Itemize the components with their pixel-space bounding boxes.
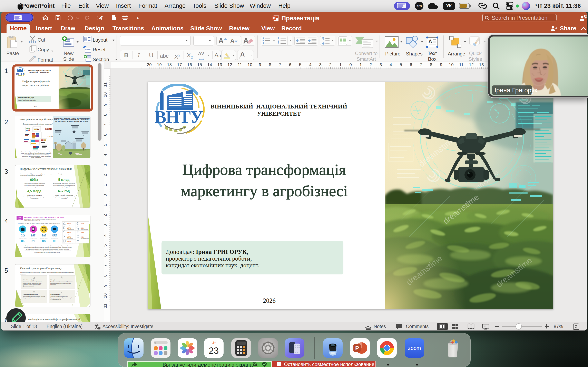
- svg-text:1: 1: [339, 62, 342, 67]
- svg-text:Цифрове влучно: Цифрове влучно: [67, 229, 74, 230]
- svg-text:8: 8: [430, 62, 432, 67]
- svg-text:Робототехніка: Робототехніка: [67, 238, 73, 239]
- svg-text:5: 5: [104, 144, 107, 146]
- svg-text:ВНТУ: ВНТУ: [155, 107, 203, 127]
- svg-text:2: 2: [329, 62, 332, 67]
- svg-text:P: P: [273, 16, 275, 20]
- svg-text:8: 8: [104, 114, 107, 116]
- svg-text:2: 2: [370, 62, 372, 67]
- svg-text:9: 9: [104, 284, 107, 287]
- svg-text:11: 11: [104, 304, 107, 308]
- svg-text:6: 6: [104, 134, 107, 136]
- svg-text:7.75: 7.75: [20, 234, 25, 236]
- svg-text:UNIQUE MOBILE USERS: UNIQUE MOBILE USERS: [27, 223, 39, 224]
- svg-text:Чт: Чт: [212, 341, 216, 345]
- svg-text:Телематика: Телематика: [81, 234, 86, 234]
- svg-text:12: 12: [469, 62, 474, 67]
- svg-text:3: 3: [104, 224, 107, 226]
- svg-text:INTERNET USERS: INTERNET USERS: [39, 223, 48, 224]
- svg-text:1: 1: [104, 204, 107, 207]
- svg-text:BILLION: BILLION: [21, 236, 25, 238]
- svg-text:10: 10: [104, 293, 107, 298]
- svg-text:5: 5: [104, 244, 107, 247]
- svg-text:Роботи-помічники: Роботи-помічники: [81, 229, 88, 230]
- svg-text:2: 2: [104, 214, 107, 217]
- svg-text:18: 18: [167, 62, 172, 67]
- svg-text:7: 7: [104, 264, 107, 267]
- svg-text:6: 6: [410, 62, 412, 67]
- svg-text:13: 13: [479, 62, 484, 67]
- svg-text:5: 5: [400, 62, 402, 67]
- svg-text:0: 0: [349, 62, 352, 67]
- svg-text:0: 0: [104, 194, 107, 196]
- svg-text:Штучний інтелект: Штучний інтелект: [67, 234, 74, 234]
- svg-text:2: 2: [104, 174, 107, 176]
- svg-text:20: 20: [147, 62, 151, 67]
- svg-text:VS POPULATION: VS POPULATION: [29, 238, 37, 240]
- svg-text:23: 23: [209, 346, 219, 356]
- svg-text:1: 1: [359, 62, 362, 67]
- svg-text:10: 10: [449, 62, 453, 67]
- svg-text:3: 3: [380, 62, 382, 67]
- svg-text:1: 1: [104, 184, 107, 186]
- svg-text:3: 3: [104, 164, 107, 166]
- svg-text:Ірина Григорук: Ірина Григорук: [494, 87, 537, 94]
- svg-text:59%: 59%: [42, 240, 46, 242]
- svg-text:PENETRATION: PENETRATION: [51, 238, 58, 240]
- svg-text:67%: 67%: [31, 240, 35, 242]
- svg-text:14: 14: [207, 62, 212, 67]
- svg-text:BILLION: BILLION: [52, 236, 57, 238]
- svg-text:4: 4: [309, 62, 311, 67]
- svg-text:8: 8: [104, 275, 107, 277]
- svg-text:13: 13: [217, 62, 222, 67]
- svg-text:5.19: 5.19: [31, 234, 35, 236]
- svg-text:7: 7: [420, 62, 422, 67]
- svg-text:19: 19: [157, 62, 162, 67]
- svg-text:3: 3: [278, 42, 279, 45]
- svg-text:Нанотехнології: Нанотехнології: [81, 225, 87, 225]
- svg-text:Речі з вбудов. технол.: Речі з вбудов. технол.: [81, 238, 89, 239]
- svg-text:4: 4: [389, 62, 392, 67]
- svg-text:12: 12: [227, 62, 232, 67]
- svg-text:Nestlé: Nestlé: [34, 127, 38, 129]
- svg-text:Телеприсутність: Телеприсутність: [67, 225, 74, 225]
- svg-text:A: A: [428, 38, 432, 44]
- svg-text:10: 10: [247, 62, 252, 67]
- svg-text:zoom: zoom: [408, 345, 421, 351]
- svg-text:3.80: 3.80: [52, 234, 57, 236]
- svg-text:URBANISATION: URBANISATION: [19, 238, 26, 240]
- svg-text:ВНТУ: ВНТУ: [16, 72, 25, 75]
- svg-text:BILLION: BILLION: [42, 236, 46, 238]
- svg-text:16: 16: [187, 62, 192, 67]
- svg-text:9: 9: [104, 104, 107, 106]
- svg-text:55%: 55%: [21, 240, 25, 242]
- svg-text:10: 10: [104, 92, 107, 97]
- svg-text:Nestlé: Nestlé: [26, 128, 30, 129]
- svg-text:7: 7: [104, 124, 107, 126]
- svg-text:11: 11: [238, 62, 242, 67]
- svg-text:8: 8: [269, 62, 271, 67]
- svg-text:6: 6: [104, 254, 107, 257]
- svg-text:Платформи для спільн. використ: Платформи для спільн. використ.: [67, 242, 80, 243]
- svg-text:7: 7: [279, 62, 281, 67]
- svg-text:BILLION: BILLION: [31, 236, 35, 238]
- svg-text:11: 11: [459, 62, 463, 67]
- svg-text:9: 9: [259, 62, 261, 67]
- svg-text:49%: 49%: [53, 240, 56, 242]
- svg-text:P: P: [355, 345, 359, 351]
- svg-text:3: 3: [319, 62, 321, 67]
- svg-text:5: 5: [299, 62, 302, 67]
- svg-text:A: A: [243, 36, 249, 45]
- svg-text:SOCIAL MEDIA USERS: SOCIAL MEDIA USERS: [49, 223, 60, 224]
- svg-text:11: 11: [104, 82, 107, 87]
- svg-text:9: 9: [440, 62, 442, 67]
- svg-text:17: 17: [177, 62, 182, 67]
- svg-text:4: 4: [104, 234, 107, 236]
- svg-text:15: 15: [197, 62, 202, 67]
- svg-text:TOTAL POPULATION: TOTAL POPULATION: [18, 223, 28, 224]
- svg-text:PENETRATION: PENETRATION: [40, 238, 48, 240]
- svg-text:4: 4: [104, 154, 107, 156]
- svg-text:6: 6: [289, 62, 291, 67]
- svg-text:4.54: 4.54: [42, 234, 46, 236]
